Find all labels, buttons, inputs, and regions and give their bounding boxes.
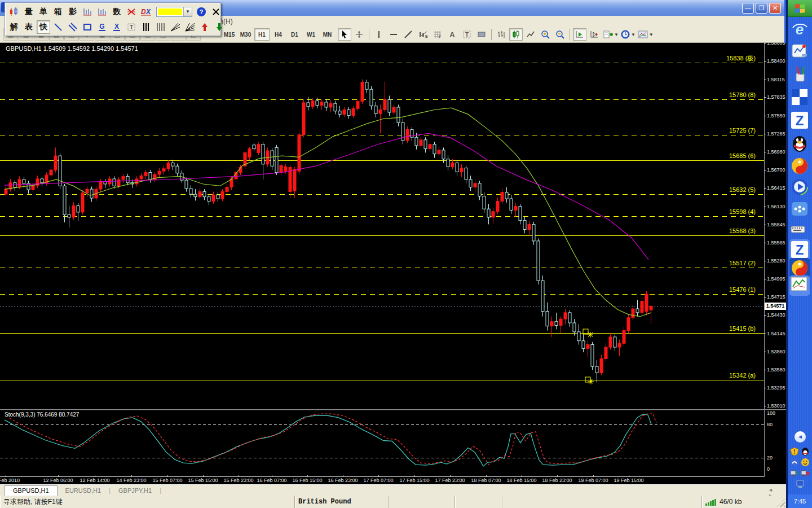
candle-body[interactable] — [347, 110, 350, 115]
messenger-icon[interactable] — [790, 458, 799, 467]
candle-body[interactable] — [645, 294, 648, 312]
network-icon[interactable] — [790, 468, 799, 478]
candle-body[interactable] — [532, 224, 535, 240]
candle-body[interactable] — [284, 167, 287, 171]
chart-area[interactable]: 15838 (极)15780 (8)15725 (7)15685 (6)1563… — [0, 43, 786, 484]
candle-body[interactable] — [591, 345, 594, 367]
candle-body[interactable] — [140, 176, 143, 179]
candle-body[interactable] — [379, 110, 382, 113]
candle-body[interactable] — [208, 197, 210, 202]
candle-body[interactable] — [550, 322, 553, 326]
candle-body[interactable] — [167, 163, 170, 169]
candle-body[interactable] — [135, 179, 138, 184]
candle-body[interactable] — [257, 144, 260, 153]
candle-body[interactable] — [523, 221, 526, 230]
planner-icon[interactable] — [791, 42, 809, 60]
start-button[interactable] — [788, 0, 812, 17]
chevron-down-icon[interactable]: ▼ — [614, 32, 619, 37]
trendline-tool[interactable] — [401, 28, 415, 41]
candle-body[interactable] — [546, 312, 549, 326]
maximize-button[interactable]: ❐ — [756, 3, 767, 14]
zoom-in-button[interactable] — [539, 28, 552, 41]
tab-gbpjpy[interactable]: GBPJPY,H1 — [111, 486, 160, 496]
candle-body[interactable] — [650, 306, 652, 310]
candle-body[interactable] — [293, 169, 296, 191]
candle-body[interactable] — [298, 135, 301, 172]
candle-body[interactable] — [573, 323, 576, 332]
shadow-button[interactable]: 影 — [66, 5, 80, 19]
candle-body[interactable] — [528, 224, 531, 229]
candle-body[interactable] — [194, 194, 197, 197]
candle-body[interactable] — [388, 99, 391, 112]
tab-gbpusd[interactable]: GBPUSD,H1 — [5, 485, 58, 496]
timeframe-h4[interactable]: H4 — [271, 28, 286, 41]
candle-body[interactable] — [307, 103, 310, 107]
candle-body[interactable] — [352, 108, 355, 115]
zoom-out-button[interactable] — [553, 28, 567, 41]
pattern-candles-icon[interactable] — [7, 5, 21, 19]
candle-body[interactable] — [203, 192, 206, 197]
gann-fan-icon[interactable] — [169, 20, 182, 34]
candle-body[interactable] — [510, 199, 513, 210]
chart-app-taskbutton[interactable] — [791, 277, 809, 295]
candle-body[interactable] — [433, 144, 436, 154]
paint-brushes-icon[interactable] — [791, 65, 809, 84]
security-shield-icon[interactable]: ! — [790, 447, 799, 456]
close-button[interactable]: ✕ — [769, 3, 781, 14]
candle-body[interactable] — [117, 179, 120, 186]
candle-body[interactable] — [126, 176, 129, 182]
gann-tool-button[interactable]: G — [95, 20, 109, 34]
trendline-icon[interactable] — [51, 20, 65, 34]
candle-body[interactable] — [618, 343, 621, 347]
floating-toolbar[interactable]: 量单箱影数DX▼? 解表快GXT — [5, 2, 221, 36]
templates-button[interactable]: ▼ — [637, 28, 654, 41]
candle-body[interactable] — [63, 186, 66, 214]
quick-button[interactable]: 快 — [37, 20, 50, 34]
number-button[interactable]: 数 — [110, 5, 123, 19]
candle-body[interactable] — [460, 168, 463, 172]
candle-body[interactable] — [162, 169, 165, 172]
candle-body[interactable] — [50, 170, 52, 175]
label-tool[interactable]: T — [460, 28, 474, 41]
bar-chart-button[interactable] — [495, 28, 508, 41]
candle-body[interactable] — [469, 179, 472, 187]
candle-body[interactable] — [627, 318, 630, 331]
candle-body[interactable] — [577, 332, 580, 341]
tab-eurusd[interactable]: EURUSD,H1 — [58, 486, 109, 496]
volume-button[interactable]: 量 — [22, 5, 36, 19]
candle-body[interactable] — [614, 337, 616, 347]
help-button[interactable]: ? — [195, 5, 208, 19]
candle-body[interactable] — [176, 166, 179, 173]
text-tool[interactable]: A — [445, 28, 459, 41]
hide-tray-icons-chevron[interactable]: ◄ — [795, 431, 806, 443]
crosshair-tool[interactable] — [352, 28, 366, 41]
candle-body[interactable] — [23, 179, 25, 183]
candle-body[interactable] — [424, 140, 427, 149]
candle-body[interactable] — [5, 189, 7, 194]
candle-body[interactable] — [451, 163, 454, 167]
explain-button[interactable]: 解 — [7, 20, 21, 34]
candle-body[interactable] — [185, 180, 188, 189]
display-icon[interactable] — [796, 479, 805, 488]
expansion-tool-button[interactable]: X — [110, 20, 123, 34]
candle-body[interactable] — [316, 101, 319, 106]
candle-body[interactable] — [442, 150, 445, 159]
candle-body[interactable] — [447, 159, 449, 167]
candle-body[interactable] — [77, 206, 80, 212]
network-offline-icon[interactable] — [801, 468, 810, 478]
candle-body[interactable] — [564, 313, 567, 319]
candle-body[interactable] — [149, 173, 152, 179]
chevron-down-icon[interactable]: ▼ — [649, 32, 654, 37]
grid-tool[interactable]: F — [431, 28, 444, 41]
candle-body[interactable] — [465, 168, 467, 179]
candle-body[interactable] — [18, 179, 21, 187]
candle-body[interactable] — [623, 331, 625, 344]
candle-body[interactable] — [262, 144, 264, 164]
candle-body[interactable] — [302, 103, 305, 135]
candle-body[interactable] — [158, 171, 161, 174]
candle-body[interactable] — [641, 301, 643, 312]
candle-body[interactable] — [86, 189, 89, 193]
fibo-fan-icon[interactable] — [183, 20, 197, 34]
close-toolbar-button[interactable] — [209, 5, 223, 19]
indicators-button[interactable]: ▼ — [602, 28, 619, 41]
